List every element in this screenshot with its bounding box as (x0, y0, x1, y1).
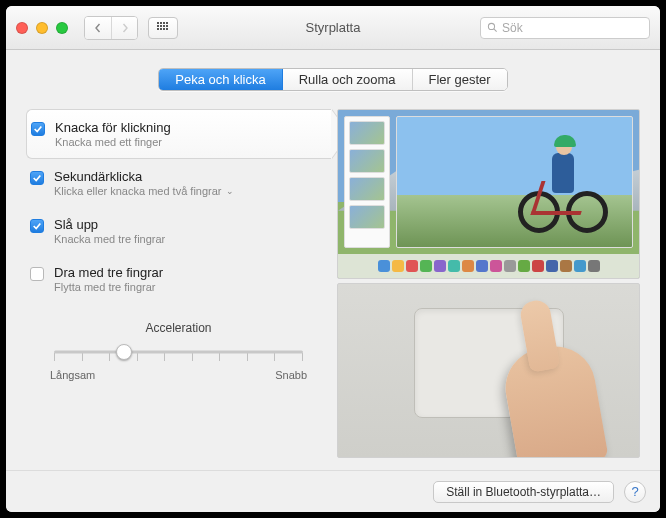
footer-bar: Ställ in Bluetooth-styrplatta… ? (6, 470, 660, 512)
dock-app-icon (462, 260, 474, 272)
slider-end-labels: Långsam Snabb (50, 369, 307, 381)
options-list: Knacka för klickning Knacka med ett fing… (26, 109, 331, 303)
preview-column (331, 109, 640, 458)
option-subtitle: Knacka med ett finger (55, 136, 171, 148)
tab-bar: Peka och klicka Rulla och zooma Fler ges… (158, 68, 507, 91)
checkbox[interactable] (31, 122, 45, 136)
cyclist-illustration (518, 133, 608, 233)
option-title: Slå upp (54, 217, 165, 232)
acceleration-section: Acceleration Långsam Snabb (26, 321, 331, 381)
dock-app-icon (546, 260, 558, 272)
tab-label: Fler gester (429, 72, 491, 87)
acceleration-label: Acceleration (46, 321, 311, 335)
gesture-preview-screen (337, 109, 640, 279)
checkbox[interactable] (30, 219, 44, 233)
zoom-icon[interactable] (56, 22, 68, 34)
grid-icon (157, 22, 169, 34)
close-icon[interactable] (16, 22, 28, 34)
svg-point-0 (488, 23, 494, 29)
dock-app-icon (378, 260, 390, 272)
tab-more-gestures[interactable]: Fler gester (412, 69, 507, 90)
button-label: Ställ in Bluetooth-styrplatta… (446, 485, 601, 499)
preview-dock (338, 254, 639, 278)
checkbox[interactable] (30, 171, 44, 185)
search-placeholder: Sök (502, 21, 523, 35)
option-look-up[interactable]: Slå upp Knacka med tre fingrar (26, 207, 331, 255)
option-three-finger-drag[interactable]: Dra med tre fingrar Flytta med tre fingr… (26, 255, 331, 303)
slow-label: Långsam (50, 369, 95, 381)
window-controls (16, 22, 68, 34)
setup-bluetooth-button[interactable]: Ställ in Bluetooth-styrplatta… (433, 481, 614, 503)
content-area: Peka och klicka Rulla och zooma Fler ges… (6, 50, 660, 470)
slider-track (54, 351, 303, 354)
checkbox[interactable] (30, 267, 44, 281)
dock-app-icon (518, 260, 530, 272)
nav-back-forward (84, 16, 138, 40)
gesture-preview-hand (337, 283, 640, 458)
option-title: Dra med tre fingrar (54, 265, 163, 280)
svg-line-1 (494, 29, 497, 32)
show-all-button[interactable] (148, 17, 178, 39)
dock-app-icon (504, 260, 516, 272)
dock-app-icon (490, 260, 502, 272)
thumbnail (349, 149, 385, 173)
option-tap-to-click[interactable]: Knacka för klickning Knacka med ett fing… (26, 109, 331, 159)
back-button[interactable] (85, 17, 111, 39)
option-title: Sekundärklicka (54, 169, 234, 184)
fast-label: Snabb (275, 369, 307, 381)
preview-photo (396, 116, 633, 248)
search-icon (487, 22, 498, 33)
help-icon: ? (631, 484, 638, 499)
option-title: Knacka för klickning (55, 120, 171, 135)
minimize-icon[interactable] (36, 22, 48, 34)
help-button[interactable]: ? (624, 481, 646, 503)
dock-app-icon (434, 260, 446, 272)
main-row: Knacka för klickning Knacka med ett fing… (26, 109, 640, 458)
preferences-window: Styrplatta Sök Peka och klicka Rulla och… (6, 6, 660, 512)
thumbnail (349, 205, 385, 229)
chevron-down-icon: ⌄ (226, 186, 234, 196)
option-subtitle: Knacka med tre fingrar (54, 233, 165, 245)
option-secondary-click[interactable]: Sekundärklicka Klicka eller knacka med t… (26, 159, 331, 207)
titlebar: Styrplatta Sök (6, 6, 660, 50)
dock-app-icon (406, 260, 418, 272)
dock-app-icon (532, 260, 544, 272)
dock-app-icon (476, 260, 488, 272)
search-input[interactable]: Sök (480, 17, 650, 39)
option-subtitle[interactable]: Klicka eller knacka med två fingrar⌄ (54, 185, 234, 197)
tab-label: Peka och klicka (175, 72, 265, 87)
dock-app-icon (574, 260, 586, 272)
tab-label: Rulla och zooma (299, 72, 396, 87)
dock-app-icon (588, 260, 600, 272)
dock-app-icon (448, 260, 460, 272)
tab-point-click[interactable]: Peka och klicka (159, 69, 281, 90)
thumbnail (349, 177, 385, 201)
dock-app-icon (420, 260, 432, 272)
preview-app-sidebar (344, 116, 390, 248)
dock-app-icon (392, 260, 404, 272)
options-column: Knacka för klickning Knacka med ett fing… (26, 109, 331, 458)
forward-button[interactable] (111, 17, 137, 39)
dock-app-icon (560, 260, 572, 272)
thumbnail (349, 121, 385, 145)
option-subtitle: Flytta med tre fingrar (54, 281, 163, 293)
tab-scroll-zoom[interactable]: Rulla och zooma (282, 69, 412, 90)
slider-knob[interactable] (116, 344, 132, 360)
tracking-speed-slider[interactable] (54, 341, 303, 363)
